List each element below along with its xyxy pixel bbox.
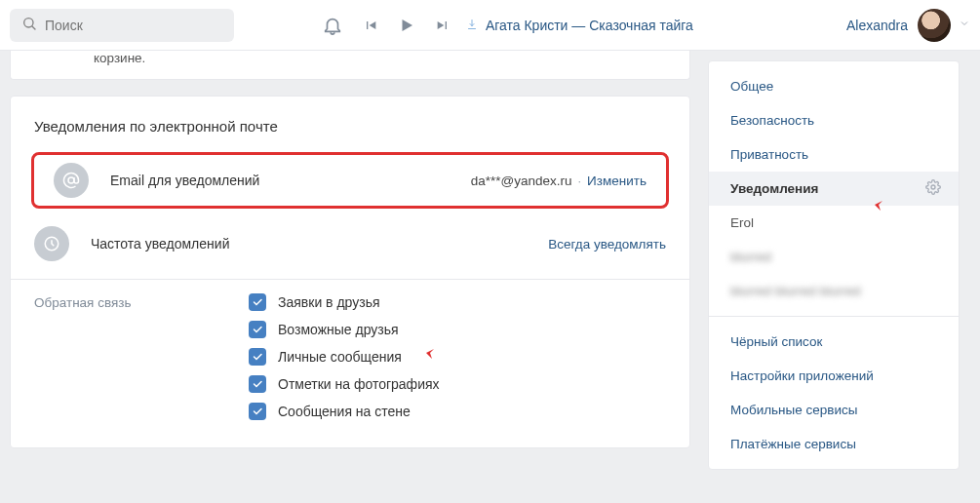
sidebar-item-blurred: blurred [709,240,959,274]
download-icon [466,18,482,33]
bell-icon[interactable] [322,15,343,36]
email-row-value: da***@yandex.ru [471,174,572,188]
clock-icon [34,226,69,261]
checkbox-label: Отметки на фотографиях [278,376,440,392]
sidebar-separator [709,316,959,317]
checkbox-icon [249,403,266,420]
svg-line-1 [32,26,35,29]
checkbox-photo-tags[interactable]: Отметки на фотографиях [249,375,666,393]
feedback-group: Обратная связь Заявки в друзья Возможные… [34,293,666,430]
frequency-label: Частота уведомлений [91,236,548,252]
sidebar-item-blacklist[interactable]: Чёрный список [709,325,959,359]
next-track-icon[interactable] [435,18,451,33]
sidebar-item-app-settings[interactable]: Настройки приложений [709,359,959,393]
checkbox-icon [249,375,266,393]
sidebar-item-notifications[interactable]: Уведомления [709,172,959,206]
feedback-group-label: Обратная связь [34,293,249,430]
play-icon[interactable] [398,17,415,34]
checkbox-wall-messages[interactable]: Сообщения на стене [249,403,666,420]
checkbox-label: Сообщения на стене [278,404,411,419]
annotation-arrow-icon [424,345,453,369]
checkbox-label: Заявки в друзья [278,294,380,310]
checkbox-label: Личные сообщения [278,349,402,365]
search-input[interactable] [45,18,222,33]
track-title: Агата Кристи — Сказочная тайга [486,18,693,33]
divider [11,279,689,280]
search-box[interactable] [10,9,234,42]
sidebar-item-mobile[interactable]: Мобильные сервисы [709,393,959,427]
checkbox-label: Возможные друзья [278,322,399,337]
now-playing-track[interactable]: Агата Кристи — Сказочная тайга [466,18,846,33]
change-email-link[interactable]: Изменить [587,174,647,188]
username[interactable]: Alexandra [846,18,908,33]
email-notifications-panel: Уведомления по электронной почте Email д… [10,96,690,448]
prev-card-fragment: корзине. [10,51,690,80]
checkbox-icon [249,348,266,366]
at-icon [54,163,89,198]
checkbox-icon [249,321,266,338]
email-row-label: Email для уведомлений [110,173,471,188]
fragment-text: корзине. [11,51,689,65]
sidebar-item-security[interactable]: Безопасность [709,103,959,137]
sidebar-item-general[interactable]: Общее [709,69,959,103]
gear-icon[interactable] [925,179,941,198]
sidebar-item-blurred: blurred blurred blurred [709,274,959,308]
svg-point-4 [931,185,935,189]
svg-point-2 [68,177,74,183]
checkbox-possible-friends[interactable]: Возможные друзья [249,321,666,338]
sidebar-item-payments[interactable]: Платёжные сервисы [709,427,959,461]
checkbox-icon [249,293,266,311]
annotation-arrow-icon [873,199,900,223]
avatar[interactable] [918,9,951,42]
sidebar-item-privacy[interactable]: Приватность [709,137,959,172]
top-header: Агата Кристи — Сказочная тайга Alexandra [0,0,980,51]
checkbox-friend-requests[interactable]: Заявки в друзья [249,293,666,311]
email-for-notifications-row[interactable]: Email для уведомлений da***@yandex.ru · … [31,152,669,209]
panel-title: Уведомления по электронной почте [34,118,666,135]
frequency-row: Частота уведомлений Всегда уведомлять [34,226,666,279]
sidebar-item-erol[interactable]: Erol [709,206,959,240]
settings-sidebar: Общее Безопасность Приватность Уведомлен… [708,60,960,470]
search-icon [21,16,37,34]
frequency-link[interactable]: Всегда уведомлять [548,237,666,252]
prev-track-icon[interactable] [363,18,378,33]
checkbox-private-messages[interactable]: Личные сообщения [249,348,666,366]
chevron-down-icon[interactable] [959,18,970,32]
